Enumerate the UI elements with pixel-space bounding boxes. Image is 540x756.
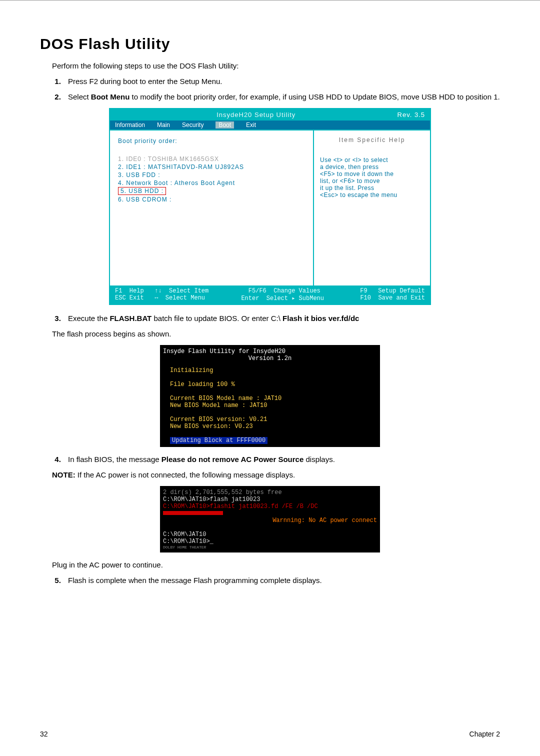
boot-item-6: 6. USB CDROM : bbox=[118, 196, 305, 203]
ac-warning-screenshot: 2 dir(s) 2,701,555,552 bytes free C:\ROM… bbox=[160, 486, 380, 552]
boot-item-4: 4. Network Boot : Atheros Boot Agent bbox=[118, 180, 305, 186]
step-5: Flash is complete when the message Flash… bbox=[63, 576, 500, 584]
bios-footer: F1 Help ↑↓ Select ItemF5/F6 Change Value… bbox=[110, 286, 430, 304]
bios-tab-exit: Exit bbox=[246, 122, 256, 128]
flash-terminal-screenshot: Insyde Flash Utility for InsydeH20 Versi… bbox=[160, 345, 380, 447]
page-title: DOS Flash Utility bbox=[40, 36, 500, 52]
page-number: 32 bbox=[40, 730, 48, 738]
chapter-label: Chapter 2 bbox=[470, 730, 500, 738]
bios-tab-boot: Boot bbox=[216, 122, 234, 128]
plug-ac-text: Plug in the AC power to continue. bbox=[52, 560, 500, 569]
step-2: Select Boot Menu to modify the boot prio… bbox=[63, 92, 500, 101]
bios-title: InsydeH20 Setup Utility bbox=[115, 111, 398, 118]
bios-tab-main: Main bbox=[157, 122, 170, 128]
intro-text: Perform the following steps to use the D… bbox=[52, 62, 500, 70]
step-3: Execute the FLASH.BAT batch file to upda… bbox=[63, 314, 500, 322]
note-text: NOTE: If the AC power is not connected, … bbox=[52, 470, 500, 479]
bios-rev: Rev. 3.5 bbox=[398, 111, 425, 118]
bios-tab-information: Information bbox=[115, 122, 145, 128]
bios-tab-security: Security bbox=[182, 122, 204, 128]
bios-screenshot: InsydeH20 Setup UtilityRev. 3.5 Informat… bbox=[109, 108, 431, 305]
step-4: In flash BIOS, the message Please do not… bbox=[63, 455, 500, 464]
boot-item-1: 1. IDE0 : TOSHIBA MK1665GSX bbox=[118, 156, 305, 162]
flash-begins-text: The flash process begins as shown. bbox=[52, 330, 500, 338]
step-1: Press F2 during boot to enter the Setup … bbox=[63, 77, 500, 86]
boot-priority-label: Boot priority order: bbox=[118, 138, 305, 144]
boot-item-2: 2. IDE1 : MATSHITADVD-RAM UJ892AS bbox=[118, 164, 305, 170]
help-title: Item Specific Help bbox=[320, 136, 424, 144]
boot-item-5-highlight: 5. USB HDD : bbox=[118, 187, 166, 195]
boot-item-3: 3. USB FDD : bbox=[118, 172, 305, 178]
